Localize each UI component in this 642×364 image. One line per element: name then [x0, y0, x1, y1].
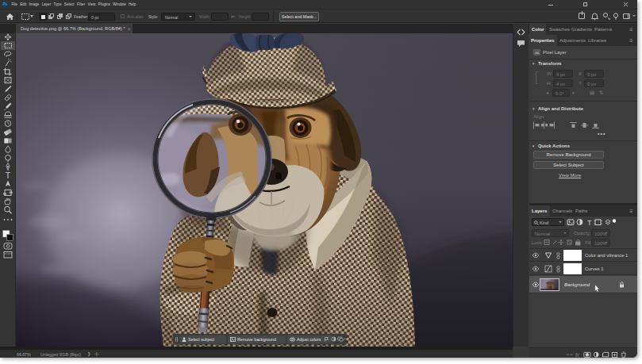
svg-text:fx: fx	[575, 351, 580, 357]
svg-text:T: T	[587, 219, 592, 227]
svg-text:T: T	[6, 171, 11, 180]
